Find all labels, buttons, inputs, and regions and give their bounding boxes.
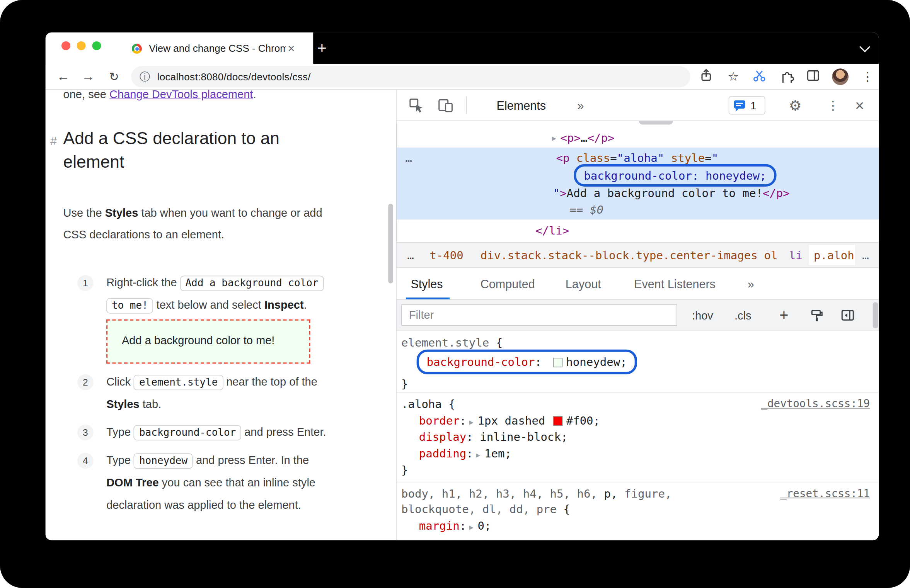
- reload-button[interactable]: ↻: [106, 68, 123, 85]
- css-property-value[interactable]: 1px dashed: [478, 414, 552, 427]
- devtools-placement-link[interactable]: Change DevTools placement: [109, 90, 253, 100]
- devtools-settings-gear-icon[interactable]: ⚙: [789, 90, 802, 121]
- selector-text: figure,: [617, 487, 671, 500]
- more-tabs-icon[interactable]: »: [748, 268, 754, 300]
- color-swatch-red[interactable]: [553, 416, 562, 425]
- color-swatch-honeydew[interactable]: [553, 358, 562, 367]
- crumb-item[interactable]: ol: [764, 243, 777, 267]
- tab-region: View and change CSS - Chrom ×: [46, 32, 313, 64]
- active-tab-underline: [406, 297, 450, 299]
- dom-selected-node[interactable]: … <p class="aloha" style=" background-co…: [397, 148, 879, 219]
- toggle-hover-state-button[interactable]: :hov: [692, 300, 713, 330]
- profile-avatar[interactable]: [832, 68, 849, 85]
- crumbs-overflow-right[interactable]: …: [862, 243, 869, 267]
- css-property-value[interactable]: honeydew;: [566, 355, 627, 369]
- back-button[interactable]: ←: [55, 68, 72, 85]
- crumb-item[interactable]: div.stack.stack--block.type.center-image…: [481, 243, 758, 267]
- brace-open: {: [564, 502, 571, 515]
- heading-anchor-link[interactable]: #: [50, 134, 57, 148]
- reset-rule-selector-line2[interactable]: blockquote, dl, dd, pre {: [401, 501, 570, 517]
- dom-node-collapsed[interactable]: ▶<p>…</p>: [549, 129, 614, 146]
- window-chevron-icon[interactable]: [859, 41, 870, 52]
- attr-class: class: [576, 151, 610, 164]
- scissors-extension-icon[interactable]: [752, 68, 769, 85]
- css-property-value[interactable]: #f00;: [566, 414, 600, 427]
- css-property-name[interactable]: background-color: [427, 355, 535, 369]
- forward-button[interactable]: →: [80, 68, 96, 85]
- css-property-value[interactable]: 0;: [478, 519, 491, 532]
- declaration-padding[interactable]: padding:▶1em;: [419, 445, 511, 462]
- step-2-text3: tab.: [140, 398, 162, 410]
- selector-text: body, h1, h2, h3, h4, h5, h6,: [401, 487, 604, 500]
- css-property-name[interactable]: padding: [419, 447, 466, 460]
- inline-style-declaration[interactable]: background-color: honeydew;: [584, 169, 766, 182]
- new-tab-button[interactable]: +: [317, 32, 327, 64]
- lede-bold-styles: Styles: [105, 207, 138, 219]
- address-bar[interactable]: ⓘ localhost:8080/docs/devtools/css/: [131, 66, 690, 87]
- inspect-element-icon[interactable]: [408, 97, 424, 113]
- aloha-rule-selector[interactable]: .aloha {: [401, 396, 455, 412]
- traffic-minimize-button[interactable]: [77, 41, 85, 50]
- docs-scrollbar-thumb[interactable]: [388, 204, 393, 283]
- expand-arrow-icon[interactable]: ▶: [469, 523, 474, 531]
- css-property-name[interactable]: margin: [419, 519, 460, 532]
- side-panel-icon[interactable]: [806, 68, 823, 85]
- filter-input[interactable]: Filter: [401, 304, 677, 326]
- issues-counter[interactable]: 1: [729, 96, 765, 114]
- toggle-sidebar-icon[interactable]: [841, 309, 854, 322]
- expand-arrow-icon[interactable]: ▶: [469, 418, 474, 426]
- tab-title[interactable]: View and change CSS - Chrom: [149, 32, 286, 64]
- css-property-value[interactable]: inline-block;: [473, 430, 568, 444]
- url-text[interactable]: localhost:8080/docs/devtools/css/: [157, 66, 311, 87]
- styles-filter-bar: Filter :hov .cls +: [397, 300, 879, 330]
- css-property-name[interactable]: border: [419, 414, 460, 427]
- bookmark-star-icon[interactable]: ☆: [725, 68, 742, 85]
- element-style-selector[interactable]: element.style: [401, 336, 496, 349]
- paint-roller-icon[interactable]: [810, 309, 824, 322]
- source-link[interactable]: _reset.scss:11: [780, 485, 870, 502]
- dom-scrollbar-thumb[interactable]: [639, 121, 673, 124]
- step-1: 1 Right-click the Add a background color…: [77, 272, 373, 319]
- tab-styles[interactable]: Styles: [411, 268, 443, 300]
- brace-close: }: [401, 376, 408, 392]
- gutter-ellipsis[interactable]: …: [406, 149, 412, 167]
- extensions-puzzle-icon[interactable]: [780, 68, 797, 85]
- expand-arrow-icon[interactable]: ▶: [552, 134, 556, 142]
- crumb-item[interactable]: t-400: [429, 243, 463, 267]
- more-panels-icon[interactable]: »: [577, 90, 584, 121]
- css-property-name[interactable]: display: [419, 430, 466, 444]
- tab-computed[interactable]: Computed: [481, 268, 535, 300]
- crumb-item[interactable]: li: [789, 243, 803, 267]
- toggle-classes-button[interactable]: .cls: [734, 300, 752, 330]
- declaration-border[interactable]: border:▶1px dashed #f00;: [419, 412, 600, 429]
- devtools-close-icon[interactable]: ×: [855, 90, 864, 121]
- tab-layout[interactable]: Layout: [566, 268, 601, 300]
- declaration-display[interactable]: display: inline-block;: [419, 428, 568, 445]
- declaration-margin[interactable]: margin:▶0;: [419, 517, 491, 534]
- source-link[interactable]: _devtools.scss:19: [761, 396, 870, 412]
- demo-target-box[interactable]: Add a background color to me!: [106, 319, 310, 364]
- dom-closing-li[interactable]: </li>: [535, 221, 569, 239]
- crumb-item-selected[interactable]: p.aloh: [814, 243, 854, 267]
- reset-rule-selector-line1[interactable]: body, h1, h2, h3, h4, h5, h6, p, figure,: [401, 485, 671, 502]
- tab-elements[interactable]: Elements: [483, 90, 560, 121]
- crumbs-overflow-left[interactable]: …: [407, 243, 414, 267]
- expand-arrow-icon[interactable]: ▶: [476, 451, 480, 459]
- selector-text[interactable]: .aloha: [401, 397, 448, 410]
- new-style-rule-button[interactable]: +: [779, 300, 788, 330]
- traffic-zoom-button[interactable]: [92, 41, 101, 50]
- device-toolbar-icon[interactable]: [438, 97, 454, 113]
- node-text: Add a background color to me!: [567, 187, 763, 200]
- site-info-icon[interactable]: ⓘ: [140, 66, 150, 87]
- css-property-value[interactable]: 1em;: [484, 447, 511, 460]
- tab-close-button[interactable]: ×: [288, 32, 295, 64]
- element-style-rule[interactable]: element.style {: [401, 334, 503, 351]
- demo-target-text[interactable]: Add a background color to me!: [122, 334, 275, 347]
- devtools-menu-kebab-icon[interactable]: ⋮: [827, 90, 839, 121]
- issues-count: 1: [750, 97, 756, 114]
- traffic-close-button[interactable]: [61, 41, 70, 50]
- share-icon[interactable]: [699, 68, 716, 85]
- styles-scrollbar-thumb[interactable]: [873, 302, 878, 328]
- browser-menu-kebab-icon[interactable]: ⋮: [859, 68, 876, 85]
- tab-event-listeners[interactable]: Event Listeners: [634, 268, 716, 300]
